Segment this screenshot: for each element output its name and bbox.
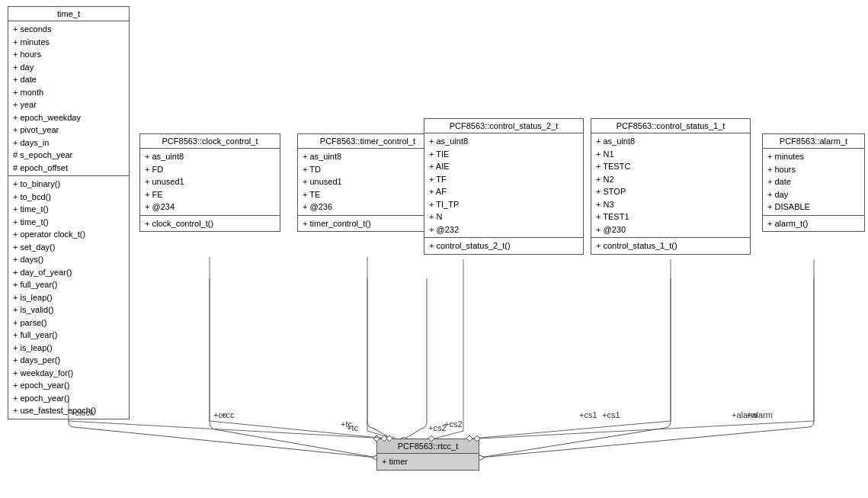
svg-line-11	[210, 421, 387, 439]
control-status-2-t-title: PCF8563::control_status_2_t	[424, 119, 583, 133]
timer-control-t-box: PCF8563::timer_control_t + as_uint8 + TD…	[297, 133, 438, 232]
rtcc-t-attributes: + timer	[377, 454, 479, 470]
rtcc-t-title: PCF8563::rtcc_t	[377, 439, 479, 454]
alarm-label: +alarm	[747, 410, 773, 419]
svg-text:+alarm: +alarm	[732, 410, 757, 419]
control-status-1-t-attributes: + as_uint8 + N1 + TESTC + N2 + STOP + N3…	[591, 133, 750, 238]
svg-text:+cs2: +cs2	[444, 419, 463, 429]
svg-line-23	[472, 421, 671, 439]
clock-control-t-box: PCF8563::clock_control_t + as_uint8 + FD…	[139, 133, 280, 232]
time-t-box: time_t + seconds + minutes + hours + day…	[8, 6, 130, 419]
clock-control-t-title: PCF8563::clock_control_t	[140, 134, 280, 149]
control-status-2-t-box: PCF8563::control_status_2_t + as_uint8 +…	[424, 118, 584, 255]
svg-line-7	[69, 421, 387, 439]
svg-line-15	[367, 431, 392, 439]
time-t-methods: + to_binary() + to_bcd() + time_t() + ti…	[8, 176, 129, 419]
svg-line-19	[434, 431, 463, 439]
tc-label: +tc	[347, 423, 358, 432]
alarm-t-title: PCF8563::alarm_t	[763, 134, 864, 149]
cc-label: +cc	[221, 410, 235, 419]
time-t-attributes: + seconds + minutes + hours + day + date…	[8, 21, 129, 176]
timer-control-t-title: PCF8563::timer_control_t	[298, 134, 437, 149]
control-status-1-t-methods: + control_status_1_t()	[591, 238, 750, 254]
control-status-1-t-title: PCF8563::control_status_1_t	[591, 119, 750, 133]
svg-line-27	[480, 421, 814, 439]
cs1-label: +cs1	[602, 410, 620, 419]
clock-control-t-attributes: + as_uint8 + FD + unused1 + FE + @234	[140, 149, 280, 216]
rtcc-t-box: PCF8563::rtcc_t + timer	[376, 439, 479, 471]
control-status-1-t-box: PCF8563::control_status_1_t + as_uint8 +…	[591, 118, 751, 255]
control-status-2-t-methods: + control_status_2_t()	[424, 238, 583, 254]
alarm-t-attributes: + minutes + hours + date + day + DISABLE	[763, 149, 864, 216]
diagram-container: +clock +cc +tc +cs2 +cs1 +alarm time_t +…	[0, 0, 868, 498]
alarm-t-methods: + alarm_t()	[763, 216, 864, 232]
timer-control-t-methods: + timer_control_t()	[298, 216, 437, 232]
svg-text:+cs1: +cs1	[579, 410, 597, 419]
svg-text:+tc: +tc	[341, 419, 352, 429]
alarm-t-box: PCF8563::alarm_t + minutes + hours + dat…	[762, 133, 865, 232]
timer-control-t-attributes: + as_uint8 + TD + unused1 + TE + @236	[298, 149, 437, 216]
control-status-2-t-attributes: + as_uint8 + TIE + AIE + TF + AF + TI_TP…	[424, 133, 583, 238]
clock-control-t-methods: + clock_control_t()	[140, 216, 280, 232]
svg-text:+cc: +cc	[213, 410, 227, 419]
time-t-title: time_t	[8, 7, 129, 21]
cs2-label: +cs2	[428, 423, 447, 432]
